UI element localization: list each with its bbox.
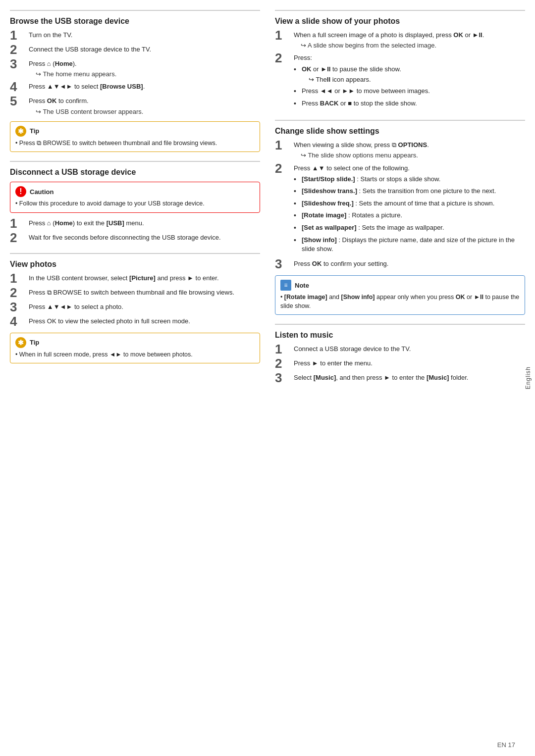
bullet-text: [Slideshow freq.] : Sets the amount of t… (302, 199, 525, 208)
step-num: 1 (10, 217, 26, 230)
step-sub: The USB content browser appears. (36, 107, 260, 116)
bullet-text: [Start/Stop slide.] : Starts or stops a … (302, 175, 525, 184)
bullet-dot: • (294, 187, 301, 197)
step-text: Connect a USB storage device to the TV. (294, 345, 525, 353)
disconnect-usb-steps: 1 Press ⌂ (Home) to exit the [USB] menu.… (10, 219, 260, 244)
tip-content: • When in full screen mode, press ◄► to … (15, 351, 255, 359)
bullet-item: • Press ◄◄ or ►► to move between images. (294, 87, 525, 97)
step-text: Press OK to confirm your setting. (294, 259, 525, 268)
bullet-item: • Press BACK or ■ to stop the slide show… (294, 99, 525, 109)
step-item: 3 Press ▲▼◄► to select a photo. (10, 302, 260, 313)
bullet-item: • [Show info] : Displays the picture nam… (294, 236, 525, 253)
sidebar-label: English (525, 366, 532, 389)
step-sub: A slide show begins from the selected im… (301, 41, 525, 50)
step-item: 3 Press ⌂ (Home). The home menu appears. (10, 59, 260, 79)
section-view-photos: View photos 1 In the USB content browser… (10, 253, 260, 364)
section-slideshow-settings-title: Change slide show settings (275, 127, 525, 136)
step-text: Select [Music], and then press ► to ente… (294, 373, 525, 382)
bullet-dot: • (294, 199, 301, 209)
slideshow-options: • [Start/Stop slide.] : Starts or stops … (294, 175, 525, 253)
slideshow-steps: 1 When a full screen image of a photo is… (275, 31, 525, 111)
step-item: 1 When viewing a slide show, press ⧉ OPT… (275, 141, 525, 160)
step-item: 5 Press OK to confirm. The USB content b… (10, 97, 260, 116)
step-item: 1 In the USB content browser, select [Pi… (10, 274, 260, 285)
step-num: 1 (275, 139, 291, 151)
step-num: 2 (10, 231, 26, 244)
bullet-dot: • (294, 236, 301, 246)
section-browse-usb: Browse the USB storage device 1 Turn on … (10, 10, 260, 152)
note-label: Note (295, 282, 309, 289)
bullet-text: Press BACK or ■ to stop the slide show. (302, 99, 525, 108)
step-item: 3 Select [Music], and then press ► to en… (275, 373, 525, 384)
step-text: Press OK to confirm. The USB content bro… (29, 97, 260, 116)
step-num: 1 (10, 29, 26, 42)
page-number: EN 17 (497, 741, 515, 749)
tip-box: ✱ Tip • Press ⧉ BROWSE to switch between… (10, 121, 260, 152)
step-num: 2 (275, 357, 291, 370)
step-sub: The slide show options menu appears. (301, 151, 525, 160)
bullet-dot: • (294, 211, 301, 221)
section-browse-usb-title: Browse the USB storage device (10, 17, 260, 26)
step-text: Press ► to enter the menu. (294, 359, 525, 368)
bullet-text: [Show info] : Displays the picture name,… (302, 236, 525, 253)
step-num: 3 (275, 257, 291, 270)
note-icon: ≡ (280, 280, 291, 291)
tip-box-photos: ✱ Tip • When in full screen mode, press … (10, 333, 260, 364)
step-num: 2 (275, 51, 291, 64)
section-listen-music-title: Listen to music (275, 331, 525, 340)
step-item: 1 When a full screen image of a photo is… (275, 31, 525, 50)
bullet-text: OK or ►II to pause the slide show. TheII… (302, 65, 525, 84)
bullet-item: • [Set as wallpaper] : Sets the image as… (294, 223, 525, 233)
step-item: 3 Press OK to confirm your setting. (275, 259, 525, 270)
step-item: 2 Connect the USB storage device to the … (10, 45, 260, 56)
step-item: 2 Press ► to enter the menu. (275, 359, 525, 370)
step-item: 4 Press ▲▼◄► to select [Browse USB]. (10, 82, 260, 93)
step-item: 1 Connect a USB storage device to the TV… (275, 345, 525, 355)
step-num: 5 (10, 95, 26, 107)
bullet-dot: • (294, 65, 301, 75)
section-slideshow-title: View a slide show of your photos (275, 17, 525, 26)
press-options: • OK or ►II to pause the slide show. The… (294, 65, 525, 109)
step-item: 4 Press OK to view the selected photo in… (10, 317, 260, 328)
tip-icon: ✱ (15, 337, 26, 348)
step-item: 2 Wait for five seconds before disconnec… (10, 233, 260, 244)
step-num: 1 (275, 29, 291, 42)
right-column: View a slide show of your photos 1 When … (275, 10, 525, 393)
view-photos-steps: 1 In the USB content browser, select [Pi… (10, 274, 260, 328)
section-disconnect-usb: Disconnect a USB storage device ! Cautio… (10, 161, 260, 244)
step-num: 3 (275, 371, 291, 384)
listen-music-steps: 1 Connect a USB storage device to the TV… (275, 345, 525, 384)
step-item: 2 Press ⧉ BROWSE to switch between thumb… (10, 288, 260, 299)
bullet-dot: • (294, 223, 301, 233)
step-item: 1 Turn on the TV. (10, 31, 260, 42)
step-text: Press ▲▼ to select one of the following.… (294, 164, 525, 256)
section-disconnect-usb-title: Disconnect a USB storage device (10, 168, 260, 177)
caution-icon: ! (15, 186, 26, 197)
note-box: ≡ Note • [Rotate image] and [Show info] … (275, 275, 525, 315)
step-text: Press ▲▼◄► to select [Browse USB]. (29, 82, 260, 91)
section-view-photos-title: View photos (10, 260, 260, 269)
step-num: 4 (10, 80, 26, 93)
bullet-dot: • (294, 87, 301, 97)
step-text: Press ⌂ (Home). The home menu appears. (29, 59, 260, 79)
sidebar-strip: English (521, 0, 535, 756)
step-num: 1 (10, 272, 26, 285)
step-num: 2 (275, 162, 291, 175)
step-sub: The home menu appears. (36, 70, 260, 79)
step-num: 3 (10, 301, 26, 313)
caution-label: Caution (30, 188, 54, 196)
step-num: 2 (10, 286, 26, 299)
note-content: • [Rotate image] and [Show info] appear … (280, 293, 520, 310)
step-item: 2 Press: • OK or ►II to pause the slide … (275, 53, 525, 111)
bullet-text: [Set as wallpaper] : Sets the image as w… (302, 223, 525, 232)
step-text: When a full screen image of a photo is d… (294, 31, 525, 50)
tip-label: Tip (30, 339, 39, 346)
browse-usb-steps: 1 Turn on the TV. 2 Connect the USB stor… (10, 31, 260, 116)
caution-box: ! Caution • Follow this procedure to avo… (10, 182, 260, 213)
bullet-item: • [Slideshow freq.] : Sets the amount of… (294, 199, 525, 209)
step-text: Connect the USB storage device to the TV… (29, 45, 260, 54)
bullet-text: [Slideshow trans.] : Sets the transition… (302, 187, 525, 196)
step-text: Press OK to view the selected photo in f… (29, 317, 260, 326)
step-text: Press ⧉ BROWSE to switch between thumbna… (29, 288, 260, 297)
step-num: 3 (10, 57, 26, 70)
